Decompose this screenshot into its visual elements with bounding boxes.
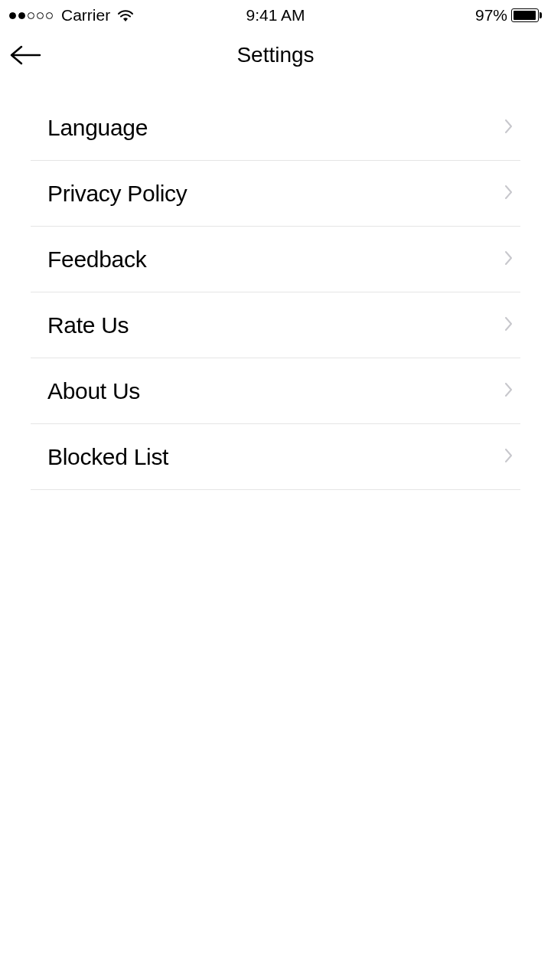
row-label: Rate Us — [47, 312, 129, 338]
chevron-right-icon — [504, 447, 514, 467]
settings-row-privacy-policy[interactable]: Privacy Policy — [31, 161, 520, 227]
carrier-label: Carrier — [61, 6, 110, 24]
wifi-icon — [116, 8, 135, 22]
back-button[interactable] — [9, 38, 43, 72]
settings-list: Language Privacy Policy Feedback Rate Us… — [0, 95, 551, 490]
status-time: 9:41 AM — [246, 6, 305, 24]
chevron-right-icon — [504, 118, 514, 138]
signal-strength-icon — [9, 12, 53, 19]
chevron-right-icon — [504, 250, 514, 270]
chevron-right-icon — [504, 315, 514, 335]
settings-row-language[interactable]: Language — [31, 95, 520, 161]
battery-percentage: 97% — [475, 6, 507, 24]
settings-row-rate-us[interactable]: Rate Us — [31, 292, 520, 358]
status-left: Carrier — [9, 6, 135, 24]
settings-row-blocked-list[interactable]: Blocked List — [31, 424, 520, 490]
battery-icon — [511, 8, 542, 22]
row-label: Feedback — [47, 247, 146, 273]
settings-row-about-us[interactable]: About Us — [31, 358, 520, 424]
row-label: Language — [47, 115, 148, 141]
row-label: Privacy Policy — [47, 181, 187, 207]
status-bar: Carrier 9:41 AM 97% — [0, 0, 551, 31]
chevron-right-icon — [504, 381, 514, 401]
row-label: About Us — [47, 378, 140, 404]
page-title: Settings — [236, 43, 314, 67]
settings-row-feedback[interactable]: Feedback — [31, 227, 520, 292]
arrow-left-icon — [9, 44, 43, 66]
status-right: 97% — [475, 6, 542, 24]
row-label: Blocked List — [47, 444, 168, 470]
chevron-right-icon — [504, 184, 514, 204]
navigation-bar: Settings — [0, 31, 551, 80]
